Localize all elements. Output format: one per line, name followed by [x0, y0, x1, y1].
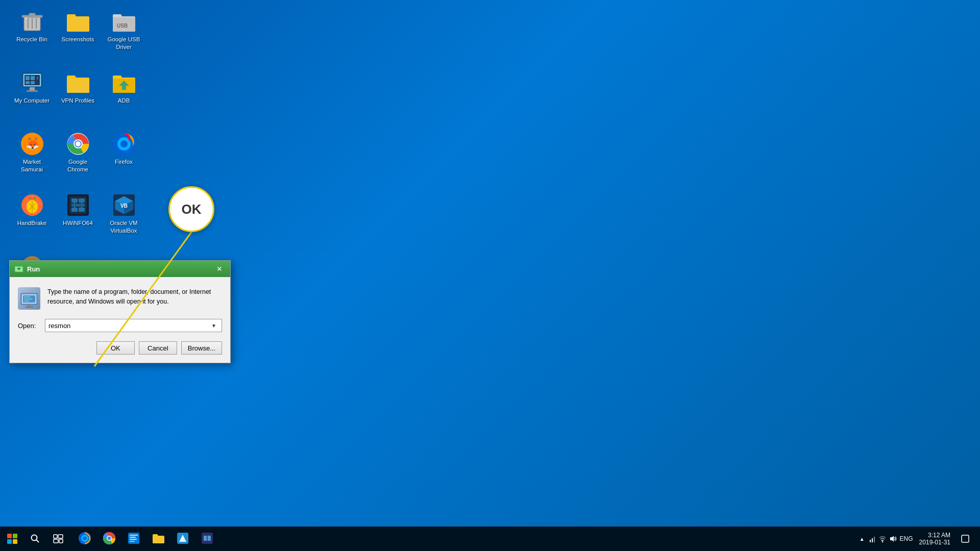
vpn-profiles-icon	[66, 70, 90, 95]
run-dialog: Run ✕ Type t	[9, 260, 231, 363]
svg-rect-66	[58, 535, 63, 538]
taskbar-search-button[interactable]	[24, 527, 46, 551]
market-samurai-label: Market Samurai	[12, 158, 52, 173]
desktop-icon-google-chrome[interactable]: Google Chrome	[56, 128, 100, 178]
taskbar-extra-icon	[176, 531, 190, 545]
desktop-icon-screenshots[interactable]: Screenshots	[56, 5, 100, 47]
run-description: Type the name of a program, folder, docu…	[47, 287, 222, 307]
run-open-row: Open: ▼	[18, 319, 222, 332]
adb-icon	[112, 70, 136, 95]
svg-rect-38	[71, 208, 78, 212]
svg-rect-6	[25, 17, 27, 18]
desktop-icon-market-samurai[interactable]: 🦊 Market Samurai	[10, 128, 54, 178]
taskbar-app-extra[interactable]	[170, 527, 195, 551]
svg-rect-75	[128, 533, 139, 544]
system-tray: ▲ ENG	[857, 527, 980, 551]
volume-icon[interactable]	[888, 534, 898, 544]
svg-point-27	[120, 140, 128, 147]
desktop-icon-virtualbox[interactable]: VB Oracle VM VirtualBox	[102, 189, 145, 239]
svg-rect-14	[31, 76, 35, 80]
svg-rect-67	[54, 539, 58, 543]
svg-rect-68	[59, 539, 63, 543]
svg-rect-36	[79, 198, 85, 203]
win-logo-green	[13, 534, 17, 538]
firefox-icon	[112, 132, 136, 156]
run-dialog-header: Type the name of a program, folder, docu…	[18, 287, 222, 310]
run-open-dropdown-button[interactable]: ▼	[209, 319, 218, 332]
run-title-icon	[14, 264, 24, 274]
run-browse-button[interactable]: Browse...	[181, 341, 222, 355]
taskview-button[interactable]	[46, 527, 70, 551]
virtualbox-label: Oracle VM VirtualBox	[104, 219, 143, 235]
desktop-icon-firefox[interactable]: Firefox	[102, 128, 145, 170]
desktop-icon-vpn-profiles[interactable]: VPN Profiles	[56, 66, 100, 109]
clock[interactable]: 3:12 AM 2019-01-31	[915, 532, 954, 546]
svg-rect-78	[130, 539, 137, 540]
run-dialog-body: Type the name of a program, folder, docu…	[10, 277, 230, 363]
run-open-input[interactable]	[48, 322, 209, 330]
google-chrome-icon	[66, 132, 90, 156]
tray-show-hidden-button[interactable]: ▲	[857, 534, 867, 544]
desktop-icon-recycle-bin[interactable]: Recycle Bin	[10, 5, 54, 47]
google-usb-icon: USB	[112, 9, 136, 34]
language-indicator[interactable]: ENG	[898, 535, 915, 542]
desktop-icon-hwinfo64[interactable]: HWiNFO64	[56, 189, 100, 231]
my-computer-icon: !	[20, 70, 44, 95]
run-open-combo[interactable]: ▼	[45, 319, 222, 332]
svg-text:USB: USB	[117, 23, 128, 29]
svg-text:🦊: 🦊	[25, 137, 39, 151]
taskbar-apps	[72, 527, 219, 551]
svg-line-64	[36, 540, 39, 542]
recycle-bin-label: Recycle Bin	[16, 36, 47, 43]
svg-point-63	[32, 535, 37, 541]
recycle-bin-icon	[20, 9, 44, 34]
hwinfo-label: HWiNFO64	[63, 219, 93, 227]
run-dialog-close-button[interactable]: ✕	[213, 263, 226, 274]
taskbar-another-icon	[200, 531, 214, 545]
desktop-icon-google-usb[interactable]: USB Google USB Driver	[102, 5, 145, 55]
notification-icon	[961, 534, 970, 543]
svg-point-88	[881, 541, 883, 542]
svg-rect-57	[27, 305, 31, 307]
run-cancel-button[interactable]: Cancel	[139, 341, 177, 355]
taskbar: ▲ ENG	[0, 527, 980, 551]
network-status-icon	[868, 535, 876, 543]
taskbar-app-cortana[interactable]	[121, 527, 146, 551]
screenshots-icon	[66, 9, 90, 34]
svg-rect-15	[26, 81, 30, 84]
action-center-button[interactable]	[954, 527, 976, 551]
taskbar-cortana-icon	[127, 531, 141, 545]
desktop: Recycle Bin Screenshots USB Google USB D…	[0, 0, 980, 527]
desktop-icon-adb[interactable]: ADB	[102, 66, 145, 109]
taskbar-app-another[interactable]	[195, 527, 219, 551]
taskbar-app-chrome[interactable]	[97, 527, 121, 551]
google-usb-label: Google USB Driver	[104, 36, 143, 51]
svg-rect-76	[130, 535, 138, 536]
handbrake-label: HandBrake	[17, 219, 47, 227]
wifi-status-icon	[878, 535, 887, 543]
win-logo-yellow	[13, 539, 17, 544]
run-ok-button[interactable]: OK	[96, 341, 135, 355]
windows-logo-icon	[7, 534, 17, 544]
svg-rect-11	[27, 90, 38, 92]
clock-time: 3:12 AM	[928, 532, 950, 539]
svg-rect-86	[872, 538, 873, 542]
svg-rect-65	[54, 535, 57, 538]
svg-rect-79	[130, 541, 135, 542]
search-icon	[31, 534, 40, 543]
svg-rect-90	[962, 535, 969, 542]
svg-rect-16	[31, 81, 35, 84]
svg-rect-37	[71, 204, 85, 207]
desktop-icon-handbrake[interactable]: HandBrake	[10, 189, 54, 231]
taskbar-app-file-explorer[interactable]	[146, 527, 170, 551]
taskbar-app-firefox[interactable]	[72, 527, 97, 551]
wifi-icon[interactable]	[877, 534, 888, 544]
desktop-icon-my-computer[interactable]: ! My Computer	[10, 66, 54, 109]
network-icon[interactable]	[867, 534, 877, 544]
adb-label: ADB	[118, 97, 130, 105]
svg-rect-39	[79, 208, 85, 212]
run-buttons-row: OK Cancel Browse...	[18, 341, 222, 355]
run-open-label: Open:	[18, 322, 41, 330]
svg-rect-58	[25, 307, 33, 308]
start-button[interactable]	[0, 527, 24, 551]
